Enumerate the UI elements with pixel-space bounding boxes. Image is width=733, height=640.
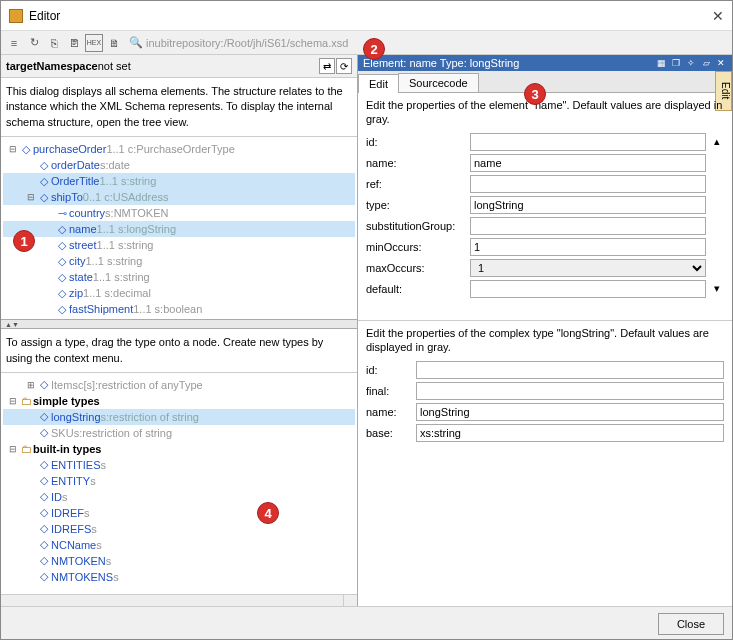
tid-field[interactable]	[416, 361, 724, 379]
tree-label: shipTo	[51, 191, 83, 203]
subst-field[interactable]	[470, 217, 706, 235]
tree-label: city	[69, 255, 86, 267]
tname-field[interactable]	[416, 403, 724, 421]
app-icon	[9, 9, 23, 23]
win-restore-icon[interactable]: ❐	[670, 57, 682, 69]
types-tree[interactable]: ⊞◇ Items c[s]:restriction of anyType⊟🗀 s…	[1, 373, 357, 606]
tree-row[interactable]: ◇ name 1..1 s:longString	[3, 221, 355, 237]
tree-suffix: 1..1 s:string	[86, 255, 143, 267]
scroll-down-icon[interactable]: ▾	[710, 282, 724, 295]
tool-copy-icon[interactable]: ⎘	[45, 34, 63, 52]
tree-suffix: 1..1 c:PurchaseOrderType	[106, 143, 234, 155]
win-pin-icon[interactable]: ✧	[685, 57, 697, 69]
tree-row[interactable]: ◇ city 1..1 s:string	[3, 253, 355, 269]
bottom-bar: Close	[1, 606, 732, 640]
id-field[interactable]	[470, 133, 706, 151]
tree-row[interactable]: ◇ IDREF s	[3, 505, 355, 521]
name-field[interactable]	[470, 154, 706, 172]
default-field[interactable]	[470, 280, 706, 298]
tree-label: NCName	[51, 539, 96, 551]
tree-row[interactable]: ◇ fastShipment 1..1 s:boolean	[3, 301, 355, 317]
element-icon: ◇	[37, 555, 51, 567]
tree-row[interactable]: ◇ orderDate s:date	[3, 157, 355, 173]
expand-icon[interactable]: ⊟	[7, 396, 19, 406]
tree-row[interactable]: ⊟◇ shipTo 0..1 c:USAddress	[3, 189, 355, 205]
tool-doc-icon[interactable]: 🖹	[65, 34, 83, 52]
tree-suffix: s	[113, 571, 119, 583]
schema-tree[interactable]: ⊟◇ purchaseOrder 1..1 c:PurchaseOrderTyp…	[1, 137, 357, 319]
tree-label: NMTOKEN	[51, 555, 106, 567]
element-icon: ◇	[37, 191, 51, 203]
tree-row[interactable]: ⊟◇ purchaseOrder 1..1 c:PurchaseOrderTyp…	[3, 141, 355, 157]
win-close-icon[interactable]: ✕	[715, 57, 727, 69]
tree-row[interactable]: ◇ NCName s	[3, 537, 355, 553]
info-text: This dialog displays all schema elements…	[1, 78, 357, 137]
close-icon[interactable]: ✕	[712, 8, 724, 24]
splitter[interactable]: ▲▼	[1, 319, 357, 329]
address-bar[interactable]: 🔍	[129, 36, 728, 49]
scrollbar[interactable]	[1, 594, 357, 606]
tool-hex-icon[interactable]: HEX	[85, 34, 103, 52]
expand-icon[interactable]: ⊟	[7, 444, 19, 454]
element-icon: ◇	[37, 459, 51, 471]
tool-align-icon[interactable]: ≡	[5, 34, 23, 52]
tree-suffix: s	[106, 555, 112, 567]
tree-suffix: 1..1 s:decimal	[83, 287, 151, 299]
max-field[interactable]: 1	[470, 259, 706, 277]
tree-row[interactable]: ⊸ country s:NMTOKEN	[3, 205, 355, 221]
tbase-field[interactable]	[416, 424, 724, 442]
tool-refresh-icon[interactable]: ↻	[25, 34, 43, 52]
tree-row[interactable]: ◇ street 1..1 s:string	[3, 237, 355, 253]
scroll-up-icon[interactable]: ▴	[710, 135, 724, 148]
tree-row[interactable]: ⊟🗀 simple types	[3, 393, 355, 409]
tree-suffix: s	[62, 491, 68, 503]
tree-label: ENTITIES	[51, 459, 101, 471]
window-title: Editor	[29, 9, 712, 23]
tree-label: ID	[51, 491, 62, 503]
expand-icon[interactable]: ⊞	[25, 380, 37, 390]
ref-field[interactable]	[470, 175, 706, 193]
tab-sourcecode[interactable]: Sourcecode	[398, 73, 479, 92]
tree-row[interactable]: ◇ state 1..1 s:string	[3, 269, 355, 285]
element-icon: ◇	[55, 239, 69, 251]
folder-icon: 🗀	[19, 395, 33, 407]
win-tile-icon[interactable]: ▦	[655, 57, 667, 69]
tree-row[interactable]: ◇ SKU s:restriction of string	[3, 425, 355, 441]
tree-suffix: s:NMTOKEN	[105, 207, 168, 219]
toggle-view-icon[interactable]: ⇄	[319, 58, 335, 74]
element-icon: ◇	[55, 303, 69, 315]
tree-row[interactable]: ◇ IDREFS s	[3, 521, 355, 537]
tree-row[interactable]: ◇ ENTITY s	[3, 473, 355, 489]
expand-icon[interactable]: ⊟	[7, 144, 19, 154]
tree-row[interactable]: ◇ NMTOKEN s	[3, 553, 355, 569]
tree-row[interactable]: ◇ OrderTitle 1..1 s:string	[3, 173, 355, 189]
close-button[interactable]: Close	[658, 613, 724, 635]
tool-export-icon[interactable]: 🗎	[105, 34, 123, 52]
element-icon: ◇	[37, 379, 51, 391]
tree-row[interactable]: ◇ zip 1..1 s:decimal	[3, 285, 355, 301]
name-label: name:	[366, 157, 466, 169]
tree-row[interactable]: ◇ ENTITIES s	[3, 457, 355, 473]
info-text-2: To assign a type, drag the type onto a n…	[1, 329, 357, 373]
tree-row[interactable]: ◇ NMTOKENS s	[3, 569, 355, 585]
targetns-label: targetNamespace	[6, 60, 98, 72]
tree-row[interactable]: ⊟🗀 built-in types	[3, 441, 355, 457]
tree-row[interactable]: ◇ longString s:restriction of string	[3, 409, 355, 425]
tree-row[interactable]: ◇ ID s	[3, 489, 355, 505]
tree-suffix: c[s]:restriction of anyType	[78, 379, 203, 391]
tree-suffix: s:date	[100, 159, 130, 171]
tfinal-field[interactable]	[416, 382, 724, 400]
tree-label: country	[69, 207, 105, 219]
path-input[interactable]	[146, 37, 728, 49]
tree-row[interactable]: ⊞◇ Items c[s]:restriction of anyType	[3, 377, 355, 393]
tree-suffix: s	[101, 459, 107, 471]
tab-edit[interactable]: Edit	[358, 74, 399, 93]
refresh-icon[interactable]: ⟳	[336, 58, 352, 74]
tree-suffix: s:restriction of string	[74, 427, 172, 439]
min-field[interactable]	[470, 238, 706, 256]
win-max-icon[interactable]: ▱	[700, 57, 712, 69]
tree-suffix: s	[96, 539, 102, 551]
type-field[interactable]	[470, 196, 706, 214]
element-icon: ◇	[55, 287, 69, 299]
expand-icon[interactable]: ⊟	[25, 192, 37, 202]
